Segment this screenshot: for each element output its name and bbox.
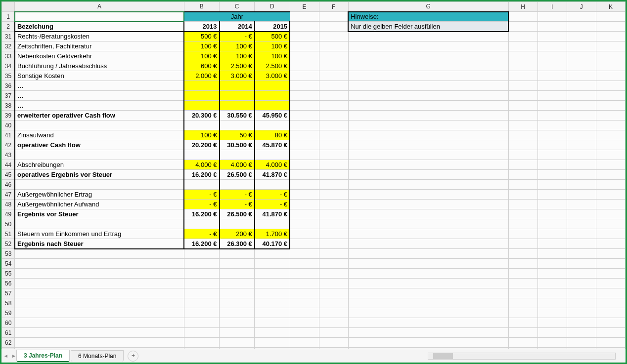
cell[interactable] xyxy=(596,51,625,61)
cell[interactable] xyxy=(508,328,537,338)
cell-value[interactable]: 20.200 € xyxy=(184,140,219,150)
cell[interactable] xyxy=(537,338,567,348)
cell-value[interactable]: 26.500 € xyxy=(220,209,255,219)
cell-label[interactable]: … xyxy=(15,101,184,111)
cell-value[interactable]: 4.000 € xyxy=(220,160,255,170)
cell[interactable] xyxy=(537,328,567,338)
row-header[interactable]: 36 xyxy=(2,81,15,91)
cell[interactable] xyxy=(508,318,537,328)
cell-value[interactable]: 100 € xyxy=(255,51,290,61)
cell-label[interactable] xyxy=(15,150,184,160)
cell-label[interactable] xyxy=(15,180,184,190)
cell[interactable] xyxy=(567,150,596,160)
cell-2015[interactable]: 2015 xyxy=(255,22,290,32)
cell[interactable] xyxy=(567,328,596,338)
cell[interactable] xyxy=(596,81,625,91)
cell[interactable] xyxy=(348,130,508,140)
cell-value[interactable]: 3.000 € xyxy=(220,71,255,81)
cell[interactable] xyxy=(290,140,319,150)
cell[interactable] xyxy=(15,249,184,259)
cell-value[interactable]: - € xyxy=(220,32,255,41)
cell[interactable] xyxy=(508,12,537,22)
cell[interactable] xyxy=(319,170,348,180)
cell[interactable] xyxy=(508,180,537,190)
cell[interactable] xyxy=(537,229,567,239)
cell[interactable] xyxy=(220,308,255,318)
row-header[interactable]: 34 xyxy=(2,61,15,71)
cell[interactable] xyxy=(184,338,219,348)
cell[interactable] xyxy=(348,338,508,348)
col-header-B[interactable]: B xyxy=(184,2,219,12)
cell[interactable] xyxy=(508,111,537,121)
cell[interactable] xyxy=(220,279,255,288)
cell-value[interactable] xyxy=(184,180,219,190)
cell[interactable] xyxy=(220,269,255,279)
cell[interactable] xyxy=(508,279,537,288)
cell[interactable] xyxy=(508,288,537,298)
cell[interactable] xyxy=(290,318,319,328)
cell[interactable] xyxy=(508,209,537,219)
cell[interactable] xyxy=(537,22,567,32)
cell-value[interactable]: 100 € xyxy=(184,51,219,61)
row-header[interactable]: 2 xyxy=(2,22,15,32)
cell[interactable] xyxy=(348,71,508,81)
cell-value[interactable] xyxy=(255,81,290,91)
cell[interactable] xyxy=(290,338,319,348)
cell[interactable] xyxy=(348,111,508,121)
cell[interactable] xyxy=(508,81,537,91)
cell[interactable] xyxy=(348,190,508,200)
cell-value[interactable]: 80 € xyxy=(255,130,290,140)
cell[interactable] xyxy=(596,338,625,348)
row-header[interactable]: 60 xyxy=(2,318,15,328)
cell[interactable] xyxy=(15,318,184,328)
cell[interactable] xyxy=(290,209,319,219)
cell[interactable] xyxy=(537,279,567,288)
cell[interactable] xyxy=(537,91,567,101)
cell[interactable] xyxy=(290,41,319,51)
cell[interactable] xyxy=(15,279,184,288)
row-header[interactable]: 38 xyxy=(2,101,15,111)
cell[interactable] xyxy=(596,101,625,111)
cell[interactable] xyxy=(567,308,596,318)
col-header-F[interactable]: F xyxy=(319,2,348,12)
cell[interactable] xyxy=(220,328,255,338)
cell-value[interactable]: 500 € xyxy=(184,32,219,41)
cell[interactable] xyxy=(290,32,319,41)
cell[interactable] xyxy=(596,229,625,239)
row-header[interactable]: 55 xyxy=(2,269,15,279)
cell[interactable] xyxy=(567,121,596,130)
row-header[interactable]: 45 xyxy=(2,170,15,180)
col-header-C[interactable]: C xyxy=(220,2,255,12)
cell-value[interactable]: 2.500 € xyxy=(220,61,255,71)
cell[interactable] xyxy=(567,269,596,279)
cell[interactable] xyxy=(348,200,508,209)
cell[interactable] xyxy=(596,219,625,229)
cell[interactable] xyxy=(15,288,184,298)
cell-label[interactable]: Abschreibungen xyxy=(15,160,184,170)
cell-value[interactable]: 200 € xyxy=(220,229,255,239)
cell-value[interactable] xyxy=(184,81,219,91)
cell[interactable] xyxy=(290,239,319,249)
cell[interactable] xyxy=(596,111,625,121)
cell-value[interactable] xyxy=(184,219,219,229)
cell[interactable] xyxy=(537,51,567,61)
cell[interactable] xyxy=(290,288,319,298)
col-header-K[interactable]: K xyxy=(596,2,625,12)
cell[interactable] xyxy=(596,200,625,209)
cell[interactable] xyxy=(537,308,567,318)
cell[interactable] xyxy=(255,308,290,318)
cell[interactable] xyxy=(596,160,625,170)
cell[interactable] xyxy=(537,111,567,121)
cell[interactable] xyxy=(319,41,348,51)
cell[interactable] xyxy=(319,12,348,22)
cell[interactable] xyxy=(567,209,596,219)
cell[interactable] xyxy=(184,259,219,269)
cell[interactable] xyxy=(184,318,219,328)
cell[interactable] xyxy=(290,121,319,130)
cell[interactable] xyxy=(567,32,596,41)
cell[interactable] xyxy=(537,150,567,160)
cell[interactable] xyxy=(290,81,319,91)
cell[interactable] xyxy=(290,269,319,279)
cell-value[interactable] xyxy=(255,150,290,160)
cell[interactable] xyxy=(220,338,255,348)
